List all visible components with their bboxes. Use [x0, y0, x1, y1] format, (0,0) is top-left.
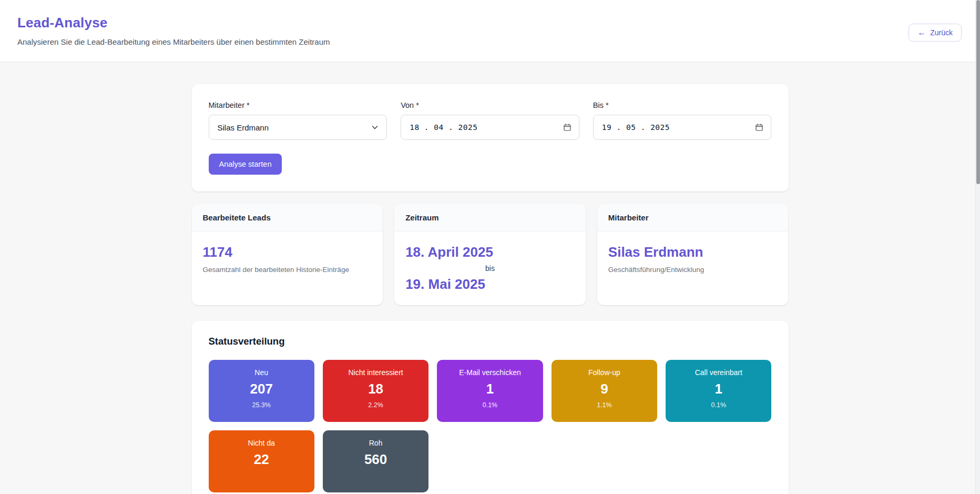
leads-description: Gesamtzahl der bearbeiteten Historie-Ein…	[203, 266, 372, 274]
start-analysis-button[interactable]: Analyse starten	[209, 154, 282, 175]
tile-label: Roh	[328, 439, 423, 447]
tile-label: E-Mail verschicken	[442, 368, 537, 377]
tile-value: 207	[214, 381, 309, 397]
calendar-icon[interactable]	[755, 123, 763, 132]
tile-label: Nicht interessiert	[328, 368, 423, 377]
back-button[interactable]: ← Zurück	[908, 24, 962, 42]
mitarbeiter-select[interactable]: Silas Erdmann	[209, 115, 387, 140]
status-tile-email-verschicken: E-Mail verschicken 1 0.1%	[437, 360, 543, 422]
stat-card-title: Bearbeitete Leads	[192, 204, 383, 231]
tile-percent: 0.1%	[442, 401, 537, 409]
bis-label: Bis *	[593, 101, 772, 109]
employee-role: Geschäftsführung/Entwicklung	[608, 266, 778, 274]
scrollbar-thumb[interactable]	[976, 0, 980, 184]
status-tile-neu: Neu 207 25.3%	[209, 360, 314, 422]
tile-value: 22	[214, 451, 309, 468]
date-range-to: 19. Mai 2025	[405, 276, 575, 293]
date-range-separator: bis	[405, 264, 575, 273]
chevron-down-icon	[371, 123, 379, 132]
date-range-from: 18. April 2025	[405, 244, 575, 260]
arrow-left-icon: ←	[917, 28, 926, 37]
tile-percent: 1.1%	[557, 401, 652, 409]
bis-date-value: 19 . 05 . 2025	[602, 123, 756, 132]
bis-date-input[interactable]: 19 . 05 . 2025	[593, 115, 772, 140]
status-tile-roh: Roh 560	[323, 430, 428, 492]
status-distribution-title: Statusverteilung	[209, 336, 772, 347]
von-date-value: 18 . 04 . 2025	[410, 123, 563, 132]
status-tiles-grid: Neu 207 25.3% Nicht interessiert 18 2.2%…	[209, 360, 772, 492]
tile-percent: 25.3%	[214, 401, 309, 409]
von-label: Von *	[401, 101, 579, 109]
tile-label: Neu	[214, 368, 309, 377]
page-subtitle: Analysieren Sie die Lead-Bearbeitung ein…	[17, 37, 980, 46]
main-content: Mitarbeiter * Silas Erdmann Von * 18 . 0…	[192, 62, 789, 494]
stat-card-mitarbeiter: Mitarbeiter Silas Erdmann Geschäftsführu…	[597, 204, 789, 305]
tile-value: 9	[557, 381, 652, 397]
page-title: Lead-Analyse	[17, 15, 980, 31]
mitarbeiter-select-value: Silas Erdmann	[218, 123, 371, 132]
back-button-label: Zurück	[930, 28, 953, 37]
status-tile-call-vereinbart: Call vereinbart 1 0.1%	[666, 360, 771, 422]
stat-card-zeitraum: Zeitraum 18. April 2025 bis 19. Mai 2025	[394, 204, 586, 305]
tile-value: 18	[328, 381, 423, 397]
status-distribution-card: Statusverteilung Neu 207 25.3% Nicht int…	[192, 321, 789, 494]
tile-value: 1	[671, 381, 766, 397]
field-mitarbeiter: Mitarbeiter * Silas Erdmann	[209, 101, 387, 140]
calendar-icon[interactable]	[563, 123, 571, 132]
tile-label: Call vereinbart	[671, 368, 766, 377]
tile-value: 1	[442, 381, 537, 397]
stat-card-bearbeitete-leads: Bearbeitete Leads 1174 Gesamtzahl der be…	[192, 204, 383, 305]
status-tile-nicht-da: Nicht da 22	[209, 430, 314, 492]
stat-card-title: Mitarbeiter	[597, 204, 789, 231]
von-date-input[interactable]: 18 . 04 . 2025	[401, 115, 579, 140]
tile-percent: 0.1%	[671, 401, 766, 409]
stats-row: Bearbeitete Leads 1174 Gesamtzahl der be…	[192, 204, 789, 305]
tile-label: Nicht da	[214, 439, 309, 447]
page-header: Lead-Analyse Analysieren Sie die Lead-Be…	[0, 0, 980, 62]
vertical-scrollbar[interactable]	[975, 0, 980, 494]
tile-percent: 2.2%	[328, 401, 423, 409]
status-tile-follow-up: Follow-up 9 1.1%	[552, 360, 657, 422]
field-bis: Bis * 19 . 05 . 2025	[593, 101, 772, 140]
field-von: Von * 18 . 04 . 2025	[401, 101, 579, 140]
tile-value: 560	[328, 451, 423, 468]
stat-card-title: Zeitraum	[394, 204, 586, 231]
leads-count: 1174	[203, 244, 372, 260]
employee-name: Silas Erdmann	[608, 244, 778, 260]
filter-form-card: Mitarbeiter * Silas Erdmann Von * 18 . 0…	[192, 84, 789, 191]
mitarbeiter-label: Mitarbeiter *	[209, 101, 387, 109]
tile-label: Follow-up	[557, 368, 652, 377]
status-tile-nicht-interessiert: Nicht interessiert 18 2.2%	[323, 360, 428, 422]
